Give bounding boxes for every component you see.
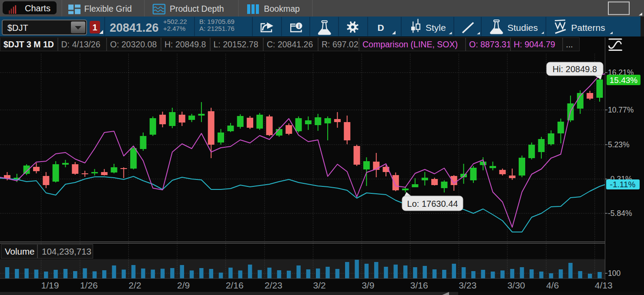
svg-text:3/9: 3/9 [362, 280, 374, 290]
svg-text:3/30: 3/30 [507, 280, 525, 290]
svg-text:B: 19705.69: B: 19705.69 [199, 18, 235, 25]
svg-text:A: 21251.76: A: 21251.76 [199, 25, 235, 32]
svg-text:-5.84%: -5.84% [608, 209, 632, 218]
svg-text:Lo: 17630.44: Lo: 17630.44 [407, 199, 458, 209]
svg-text:D: D [377, 23, 384, 33]
svg-text:+2.47%: +2.47% [163, 25, 185, 32]
svg-text:1: 1 [92, 23, 97, 32]
svg-text:100: 100 [608, 269, 621, 278]
svg-text:1/26: 1/26 [80, 280, 98, 290]
svg-text:Studies: Studies [507, 23, 538, 33]
svg-text:Flexible Grid: Flexible Grid [84, 4, 132, 13]
svg-text:Patterns: Patterns [571, 23, 605, 33]
svg-text:Hi: 20849.8: Hi: 20849.8 [553, 64, 597, 74]
svg-text:2/2: 2/2 [129, 280, 141, 290]
svg-text:2/16: 2/16 [226, 280, 244, 290]
svg-text:2/23: 2/23 [265, 280, 282, 290]
svg-text:i: i [298, 23, 300, 29]
svg-text:Bookmap: Bookmap [264, 4, 300, 13]
svg-text:3/16: 3/16 [410, 280, 428, 290]
svg-text:Charts: Charts [25, 3, 50, 13]
svg-text:2/9: 2/9 [177, 280, 190, 290]
svg-text:1/19: 1/19 [41, 280, 59, 290]
svg-text:5.23%: 5.23% [608, 140, 630, 149]
svg-text:-1.11%: -1.11% [610, 180, 636, 189]
svg-text:15.43%: 15.43% [610, 76, 638, 85]
svg-text:4/6: 4/6 [546, 280, 559, 290]
svg-text:4/13: 4/13 [595, 280, 613, 290]
svg-text:10.77%: 10.77% [608, 106, 634, 114]
svg-text:3/2: 3/2 [313, 280, 326, 290]
svg-text:20841.26: 20841.26 [110, 21, 159, 34]
svg-text:3/23: 3/23 [459, 280, 476, 290]
svg-text:$DJT: $DJT [7, 23, 28, 33]
svg-text:Style: Style [426, 23, 446, 33]
svg-text:Product Depth: Product Depth [170, 4, 224, 13]
svg-text:+502.22: +502.22 [163, 18, 187, 25]
